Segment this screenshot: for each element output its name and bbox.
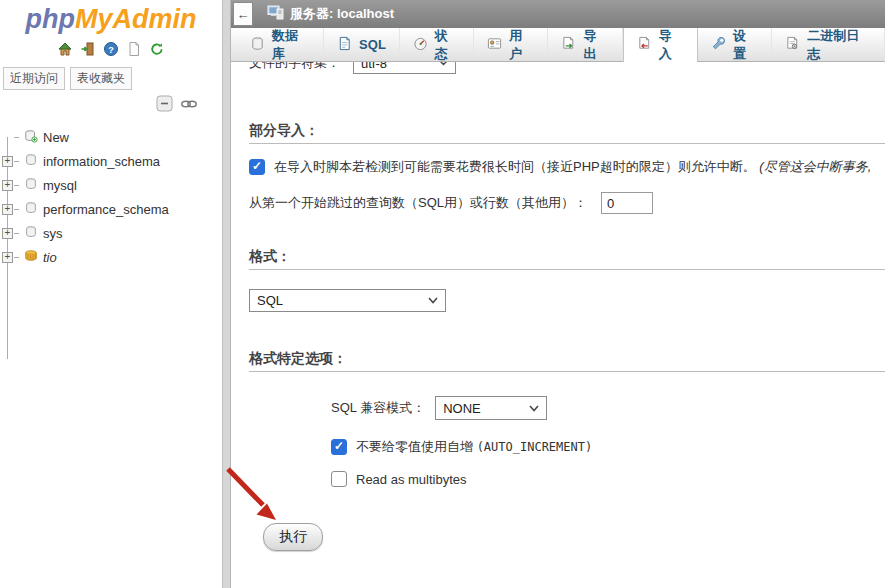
skip-queries-label: 从第一个开始跳过的查询数（SQL用）或行数（其他用）： xyxy=(249,194,587,212)
interrupt-note: (尽管这会中断事务, xyxy=(759,159,871,174)
interrupt-checkbox[interactable] xyxy=(249,159,265,175)
navigation-sidebar: phpMyAdmin ? 近期访问 表收藏夹 xyxy=(0,0,222,588)
tab-label: 数据库 xyxy=(272,27,310,63)
recent-tables-button[interactable]: 近期访问 xyxy=(3,67,65,90)
favorite-tables-button[interactable]: 表收藏夹 xyxy=(70,67,132,90)
import-icon xyxy=(637,36,652,54)
chevron-down-icon xyxy=(529,405,539,412)
sql-icon xyxy=(337,36,352,54)
tree-item-label: information_schema xyxy=(43,154,160,169)
logo-php-text: php xyxy=(26,4,75,34)
server-tabbar: 数据库 SQL 状态 用户 导出 xyxy=(231,28,885,62)
expand-icon[interactable]: + xyxy=(2,228,13,239)
auto-increment-code: (AUTO_INCREMENT) xyxy=(477,440,593,454)
tab-users[interactable]: 用户 xyxy=(474,28,548,61)
tab-export[interactable]: 导出 xyxy=(548,28,622,61)
tab-label: 用户 xyxy=(509,27,534,63)
expand-icon[interactable]: + xyxy=(2,180,13,191)
sql-compat-row: SQL 兼容模式： NONE xyxy=(331,396,885,420)
selected-database-icon xyxy=(24,249,38,266)
tab-databases[interactable]: 数据库 xyxy=(237,28,324,61)
refresh-icon[interactable] xyxy=(149,41,165,57)
tab-status[interactable]: 状态 xyxy=(400,28,474,61)
chevron-down-icon xyxy=(439,62,448,66)
tree-item-label: tio xyxy=(43,250,57,265)
interrupt-label: 在导入时脚本若检测到可能需要花费很长时间（接近PHP超时的限定）则允许中断。 (… xyxy=(274,158,871,176)
tree-item-sys[interactable]: + sys xyxy=(0,221,222,245)
export-icon xyxy=(561,36,576,54)
multibytes-label: Read as multibytes xyxy=(356,472,467,487)
server-title-text: 服务器: localhost xyxy=(290,5,394,23)
link-icon[interactable] xyxy=(180,98,198,113)
format-heading: 格式： xyxy=(249,248,885,270)
skip-queries-input[interactable] xyxy=(601,192,653,214)
multibytes-checkbox[interactable] xyxy=(331,471,347,487)
sql-compat-label: SQL 兼容模式： xyxy=(331,399,425,417)
interrupt-option-row: 在导入时脚本若检测到可能需要花费很长时间（接近PHP超时的限定）则允许中断。 (… xyxy=(249,158,885,176)
database-icon xyxy=(24,225,38,242)
docs-icon[interactable] xyxy=(126,41,142,57)
charset-select[interactable]: utf-8 xyxy=(353,62,456,74)
databases-icon xyxy=(250,36,265,54)
auto-increment-checkbox[interactable] xyxy=(331,439,347,455)
database-icon xyxy=(24,153,38,170)
tab-binary-log[interactable]: 二进制日志 xyxy=(772,28,885,61)
collapse-sidebar-button[interactable]: ← xyxy=(233,2,253,26)
import-page-content: 文件的字符集： utf-8 部分导入： 在导入时脚本若检测到可能需要花费很长时间… xyxy=(231,62,885,588)
go-button[interactable]: 执行 xyxy=(263,523,323,551)
database-tree: New + information_schema + mysql + perfo… xyxy=(0,125,222,269)
tree-item-performance-schema[interactable]: + performance_schema xyxy=(0,197,222,221)
expand-icon[interactable]: + xyxy=(2,156,13,167)
tree-item-label: New xyxy=(43,130,69,145)
server-title: 服务器: localhost xyxy=(267,5,394,23)
svg-text:?: ? xyxy=(108,45,114,55)
tab-settings[interactable]: 设置 xyxy=(698,28,772,61)
format-options-heading: 格式特定选项： xyxy=(249,350,885,372)
collapse-all-icon[interactable] xyxy=(156,95,173,115)
sql-compat-select[interactable]: NONE xyxy=(435,396,547,420)
database-icon xyxy=(24,201,38,218)
logout-icon[interactable] xyxy=(80,41,96,57)
sidebar-quick-icons: ? xyxy=(0,40,222,58)
tab-label: 状态 xyxy=(435,27,460,63)
help-icon[interactable]: ? xyxy=(103,41,119,57)
tree-item-tio[interactable]: + tio xyxy=(0,245,222,269)
tab-import[interactable]: 导入 xyxy=(623,28,698,62)
tab-label: 设置 xyxy=(733,27,758,63)
settings-icon xyxy=(711,36,726,54)
tab-sql[interactable]: SQL xyxy=(324,28,400,61)
tab-label: SQL xyxy=(359,37,386,52)
logo-myadmin-text: MyAdmin xyxy=(75,4,197,34)
expand-icon[interactable]: + xyxy=(2,252,13,263)
server-titlebar: ← 服务器: localhost xyxy=(231,0,885,28)
sidebar-resize-handle[interactable] xyxy=(222,0,231,588)
auto-increment-label: 不要给零值使用自增 (AUTO_INCREMENT) xyxy=(356,438,592,456)
tab-label: 导入 xyxy=(659,27,684,63)
server-icon xyxy=(267,5,284,23)
binary-log-icon xyxy=(785,36,800,54)
home-icon[interactable] xyxy=(57,41,73,57)
format-specific-options: SQL 兼容模式： NONE 不要给零值使用自增 (AUTO_INCREMENT… xyxy=(331,396,885,487)
tree-item-label: sys xyxy=(43,226,63,241)
format-selected-value: SQL xyxy=(257,293,283,308)
tree-item-mysql[interactable]: + mysql xyxy=(0,173,222,197)
sql-compat-selected-value: NONE xyxy=(443,401,481,416)
main-panel: ← 服务器: localhost 数据库 SQL 状态 xyxy=(231,0,885,588)
tree-toolbar xyxy=(0,95,198,115)
tree-item-label: performance_schema xyxy=(43,202,169,217)
multibytes-option-row: Read as multibytes xyxy=(331,471,885,487)
tab-label: 二进制日志 xyxy=(807,27,871,63)
tree-item-information-schema[interactable]: + information_schema xyxy=(0,149,222,173)
tree-item-new-database[interactable]: New xyxy=(0,125,222,149)
charset-row: 文件的字符集： utf-8 xyxy=(249,62,885,74)
phpmyadmin-logo[interactable]: phpMyAdmin xyxy=(0,4,222,35)
new-database-icon xyxy=(24,129,38,146)
charset-label: 文件的字符集： xyxy=(249,62,340,72)
status-icon xyxy=(413,36,428,54)
format-select[interactable]: SQL xyxy=(249,289,446,312)
tab-label: 导出 xyxy=(583,27,608,63)
expand-icon[interactable]: + xyxy=(2,204,13,215)
chevron-down-icon xyxy=(428,297,438,304)
charset-selected-value: utf-8 xyxy=(361,62,387,71)
auto-increment-option-row: 不要给零值使用自增 (AUTO_INCREMENT) xyxy=(331,438,885,456)
